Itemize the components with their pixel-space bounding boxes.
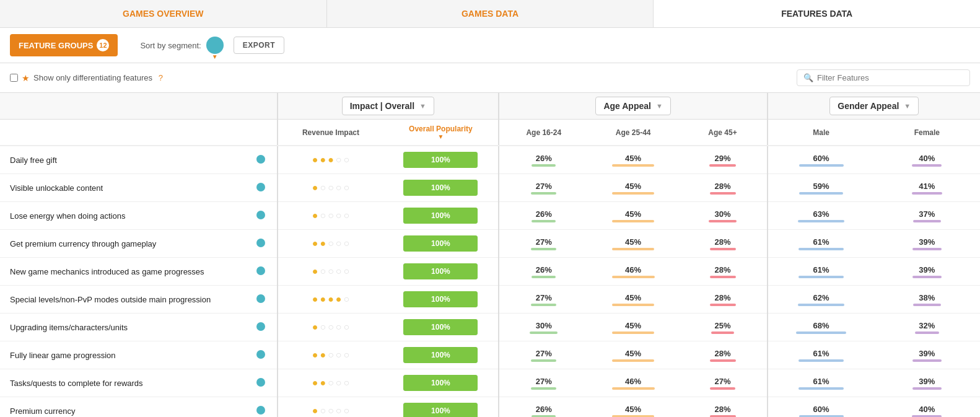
feature-name-cell: Special levels/non-PvP modes outside mai… bbox=[0, 286, 245, 314]
revenue-impact-header: Revenue Impact bbox=[302, 128, 359, 137]
popularity-cell: 100% bbox=[383, 174, 499, 202]
age-16-24-cell: 27% bbox=[499, 230, 588, 258]
differentiating-checkbox-label[interactable]: ★ Show only differentiating features ? bbox=[10, 73, 163, 83]
star-filled-icon: ● bbox=[320, 294, 326, 305]
teal-dot-icon bbox=[256, 294, 265, 303]
impact-dropdown[interactable]: Impact | Overall ▼ bbox=[342, 97, 434, 115]
stars-cell: ●○○○○ bbox=[278, 314, 383, 341]
age-45plus-cell: 28% bbox=[678, 258, 768, 286]
teal-dot-icon bbox=[256, 239, 265, 247]
star-empty-icon: ○ bbox=[343, 349, 349, 361]
teal-dot-icon bbox=[256, 378, 265, 387]
star-empty-icon: ○ bbox=[343, 182, 349, 193]
male-cell: 63% bbox=[768, 202, 873, 230]
age-16-24-cell: 27% bbox=[499, 369, 588, 397]
star-empty-icon: ○ bbox=[320, 182, 326, 193]
star-filled-icon: ● bbox=[312, 322, 318, 333]
tab-games-overview[interactable]: GAMES OVERVIEW bbox=[0, 0, 327, 27]
tab-features-data[interactable]: FEATURES DATA bbox=[654, 0, 980, 27]
stars-cell: ●●●○○ bbox=[278, 146, 383, 174]
star-filled-icon: ● bbox=[312, 377, 318, 388]
teal-dot-icon bbox=[256, 322, 265, 331]
male-cell: 61% bbox=[768, 341, 873, 369]
star-filled-icon: ● bbox=[312, 405, 318, 416]
star-filled-icon: ● bbox=[312, 210, 318, 221]
male-cell: 62% bbox=[768, 286, 873, 314]
star-filled-icon: ● bbox=[336, 294, 342, 305]
star-empty-icon: ○ bbox=[343, 154, 349, 165]
age-25-44-cell: 45% bbox=[588, 174, 678, 202]
age-25-44-cell: 45% bbox=[588, 397, 678, 418]
app-container: GAMES OVERVIEW GAMES DATA FEATURES DATA … bbox=[0, 0, 980, 417]
col-header-row: Revenue Impact Overall Popularity ▼ Age … bbox=[0, 120, 980, 146]
feature-groups-button[interactable]: FEATURE GROUPS 12 bbox=[10, 34, 118, 56]
popularity-cell: 100% bbox=[383, 230, 499, 258]
dot-cell bbox=[245, 369, 278, 397]
age-dropdown[interactable]: Age Appeal ▼ bbox=[595, 97, 670, 115]
feature-name-cell: Get premium currency through gameplay bbox=[0, 230, 245, 258]
feature-name-cell: New game mechanics introduced as game pr… bbox=[0, 258, 245, 286]
feature-name-cell: Visible unlockable content bbox=[0, 174, 245, 202]
age-45plus-cell: 30% bbox=[678, 202, 768, 230]
feature-name-cell: Premium currency bbox=[0, 397, 245, 418]
table-row: Special levels/non-PvP modes outside mai… bbox=[0, 286, 980, 314]
female-cell: 40% bbox=[874, 146, 980, 174]
male-cell: 61% bbox=[768, 369, 873, 397]
data-table: Impact | Overall ▼ Age Appeal ▼ Gender A… bbox=[0, 93, 980, 417]
tab-games-data[interactable]: GAMES DATA bbox=[327, 0, 654, 27]
help-link[interactable]: ? bbox=[156, 73, 163, 82]
age-45plus-cell: 28% bbox=[678, 341, 768, 369]
toolbar: FEATURE GROUPS 12 Sort by segment: EXPOR… bbox=[0, 28, 980, 63]
segment-dot-selector[interactable] bbox=[206, 37, 224, 54]
filter-features-input[interactable] bbox=[817, 73, 963, 82]
feature-name-cell: Upgrading items/characters/units bbox=[0, 314, 245, 341]
star-empty-icon: ○ bbox=[328, 238, 334, 249]
section-header-row: Impact | Overall ▼ Age Appeal ▼ Gender A… bbox=[0, 93, 980, 120]
differentiating-checkbox[interactable] bbox=[10, 74, 18, 82]
age-16-24-cell: 27% bbox=[499, 286, 588, 314]
export-button[interactable]: EXPORT bbox=[234, 37, 284, 54]
table-row: Get premium currency through gameplay ●●… bbox=[0, 230, 980, 258]
teal-dot-icon bbox=[256, 211, 265, 219]
teal-dot-icon bbox=[256, 155, 265, 164]
star-filled-icon: ● bbox=[320, 377, 326, 388]
star-empty-icon: ○ bbox=[343, 405, 349, 416]
stars-cell: ●○○○○ bbox=[278, 202, 383, 230]
star-empty-icon: ○ bbox=[336, 238, 342, 249]
stars-cell: ●●●●○ bbox=[278, 286, 383, 314]
table-row: Lose energy when doing actions ●○○○○ 100… bbox=[0, 202, 980, 230]
age-25-44-cell: 45% bbox=[588, 314, 678, 341]
star-filled-icon: ● bbox=[312, 349, 318, 361]
gender-dropdown[interactable]: Gender Appeal ▼ bbox=[829, 97, 919, 115]
age-25-44-cell: 45% bbox=[588, 146, 678, 174]
stars-cell: ●●○○○ bbox=[278, 369, 383, 397]
male-cell: 68% bbox=[768, 314, 873, 341]
dot-cell bbox=[245, 258, 278, 286]
star-filled-icon: ● bbox=[312, 182, 318, 193]
teal-dot-icon bbox=[256, 350, 265, 359]
teal-dot-icon bbox=[256, 406, 265, 415]
main-content: Impact | Overall ▼ Age Appeal ▼ Gender A… bbox=[0, 93, 980, 417]
popularity-cell: 100% bbox=[383, 314, 499, 341]
overall-popularity-header: Overall Popularity bbox=[409, 125, 473, 133]
star-empty-icon: ○ bbox=[336, 266, 342, 277]
age-16-24-cell: 27% bbox=[499, 341, 588, 369]
table-row: Visible unlockable content ●○○○○ 100% 27… bbox=[0, 174, 980, 202]
age-45plus-cell: 27% bbox=[678, 369, 768, 397]
age-25-44-cell: 45% bbox=[588, 341, 678, 369]
table-row: Premium currency ●○○○○ 100% 26% 45% bbox=[0, 397, 980, 418]
age-25-44-cell: 46% bbox=[588, 369, 678, 397]
star-empty-icon: ○ bbox=[328, 349, 334, 361]
age-16-24-cell: 26% bbox=[499, 146, 588, 174]
female-cell: 37% bbox=[874, 202, 980, 230]
popularity-cell: 100% bbox=[383, 369, 499, 397]
star-empty-icon: ○ bbox=[343, 377, 349, 388]
stars-cell: ●○○○○ bbox=[278, 397, 383, 418]
age-45plus-cell: 28% bbox=[678, 286, 768, 314]
sort-segment-container: Sort by segment: bbox=[140, 37, 223, 54]
dot-cell bbox=[245, 286, 278, 314]
dot-cell bbox=[245, 174, 278, 202]
teal-dot-icon bbox=[256, 183, 265, 191]
star-filled-icon: ● bbox=[328, 294, 334, 305]
female-cell: 40% bbox=[874, 397, 980, 418]
